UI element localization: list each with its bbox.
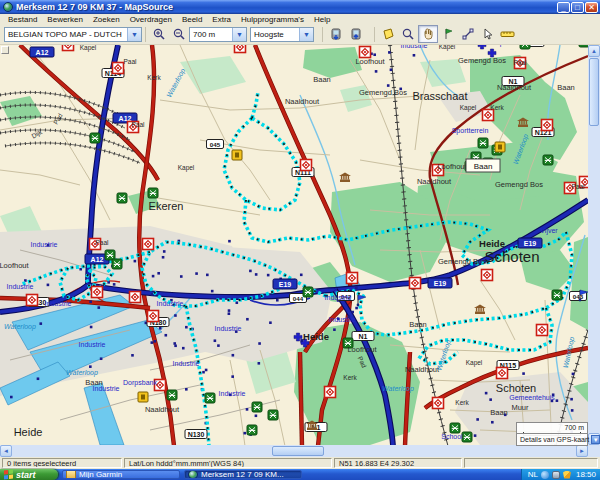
poi-marker-icon[interactable]	[433, 398, 444, 409]
scroll-right-button[interactable]: ►	[576, 445, 588, 457]
picnic-site-icon[interactable]	[268, 410, 278, 420]
scroll-left-button[interactable]: ◄	[0, 445, 12, 457]
picnic-site-icon[interactable]	[450, 423, 460, 433]
svg-text:Industrie: Industrie	[325, 294, 352, 301]
mapsource-globe-icon	[3, 2, 13, 12]
receive-from-device-button[interactable]	[346, 25, 366, 43]
send-to-device-button[interactable]	[326, 25, 346, 43]
menu-item-bewerken[interactable]: Bewerken	[42, 15, 88, 24]
taskbar-button[interactable]: Mijn Garmin	[62, 470, 180, 479]
selection-tool-button[interactable]	[478, 25, 498, 43]
svg-text:Muur: Muur	[511, 403, 529, 412]
selection-tool-icon	[481, 27, 495, 41]
svg-text:Kerk: Kerk	[343, 374, 357, 381]
menu-item-extra[interactable]: Extra	[207, 15, 236, 24]
route-tool-button[interactable]	[458, 25, 478, 43]
poi-marker-icon[interactable]	[542, 120, 553, 131]
distance-tool-icon	[500, 27, 516, 41]
zoom-tool-button[interactable]	[398, 25, 418, 43]
picnic-site-icon[interactable]	[148, 188, 158, 198]
zoom-out-button[interactable]	[169, 25, 189, 43]
svg-text:Industrie: Industrie	[219, 390, 246, 397]
hand-tool-button[interactable]	[418, 25, 438, 43]
dropdown-arrow-icon[interactable]: ▼	[232, 28, 246, 41]
poi-marker-icon[interactable]	[143, 239, 154, 250]
picnic-site-icon[interactable]	[462, 432, 472, 442]
poi-marker-icon[interactable]	[497, 368, 508, 379]
scrollbar-corner	[588, 445, 600, 457]
messenger-icon[interactable]	[541, 471, 549, 479]
poi-marker-icon[interactable]	[235, 45, 246, 53]
vertical-scrollbar[interactable]: ▲ ▼	[588, 45, 600, 445]
minimize-button[interactable]: _	[557, 2, 570, 13]
maximize-button[interactable]: □	[571, 2, 584, 13]
zoom-scale-select[interactable]: 700 m ▼	[189, 27, 247, 42]
poi-marker-icon[interactable]	[130, 292, 141, 303]
menu-item-bestand[interactable]: Bestand	[3, 15, 42, 24]
vertical-scroll-thumb[interactable]	[589, 58, 599, 126]
menu-item-help[interactable]: Help	[309, 15, 335, 24]
picnic-site-icon[interactable]	[552, 290, 562, 300]
poi-marker-icon[interactable]	[325, 387, 336, 398]
poi-marker-icon[interactable]	[113, 63, 124, 74]
map-tool-button[interactable]	[378, 25, 398, 43]
picnic-site-icon[interactable]	[167, 390, 177, 400]
svg-text:Baan: Baan	[557, 83, 575, 92]
selected-waypoint[interactable]: Baan	[466, 159, 500, 172]
poi-marker-icon[interactable]	[410, 278, 421, 289]
map-canvas[interactable]: E19E19E19A12A12A12N1N1N1N1N114N121N111N1…	[0, 45, 588, 445]
poi-marker-icon[interactable]	[482, 270, 493, 281]
horizontal-scroll-thumb[interactable]	[272, 446, 324, 456]
taskbar: start Mijn GarminMerksem 12 7 09 KM... N…	[0, 469, 600, 480]
language-indicator[interactable]: NL	[528, 470, 538, 479]
menu-item-overdragen[interactable]: Overdragen	[125, 15, 177, 24]
down-chevron-icon[interactable]: ▼	[591, 435, 600, 444]
picnic-site-icon[interactable]	[303, 287, 313, 297]
picnic-site-icon[interactable]	[520, 45, 530, 49]
picnic-site-icon[interactable]	[205, 393, 215, 403]
picnic-site-icon[interactable]	[543, 155, 553, 165]
horizontal-scrollbar[interactable]: ◄ ►	[0, 445, 588, 457]
close-button[interactable]: ✕	[585, 2, 598, 13]
distance-tool-button[interactable]	[498, 25, 518, 43]
services-icon[interactable]	[495, 142, 505, 152]
pane-splitter-handle[interactable]	[1, 46, 9, 54]
menu-item-zoeken[interactable]: Zoeken	[88, 15, 125, 24]
poi-marker-icon[interactable]	[27, 295, 38, 306]
poi-marker-icon[interactable]	[92, 287, 103, 298]
security-shield-icon[interactable]	[563, 471, 571, 479]
topo-map[interactable]: E19E19E19A12A12A12N1N1N1N1N114N121N111N1…	[0, 45, 588, 445]
poi-marker-icon[interactable]	[537, 325, 548, 336]
zoom-in-button[interactable]	[149, 25, 169, 43]
waypoint-tool-button[interactable]	[438, 25, 458, 43]
gps-map-details-button[interactable]: Details van GPS-kaart ▼	[516, 433, 588, 446]
dropdown-arrow-icon[interactable]: ▼	[299, 28, 313, 41]
poi-marker-icon[interactable]	[301, 160, 312, 171]
menu-item-beeld[interactable]: Beeld	[177, 15, 207, 24]
menu-item-hulpprogrammas[interactable]: Hulpprogramma's	[236, 15, 309, 24]
services-icon[interactable]	[138, 392, 148, 402]
poi-marker-icon[interactable]	[148, 311, 159, 322]
svg-text:Industrie: Industrie	[93, 385, 120, 392]
scroll-up-button[interactable]: ▲	[588, 45, 600, 57]
taskbar-button[interactable]: Merksem 12 7 09 KM...	[184, 470, 302, 479]
picnic-site-icon[interactable]	[252, 402, 262, 412]
poi-marker-icon[interactable]	[360, 47, 371, 58]
picnic-site-icon[interactable]	[112, 259, 122, 269]
detail-level-select[interactable]: Hoogste ▼	[250, 27, 314, 42]
dropdown-arrow-icon[interactable]: ▼	[127, 28, 141, 41]
map-product-select[interactable]: BELGIAN TOPO MAP - DUTCH ▼	[4, 27, 142, 42]
network-icon[interactable]	[552, 471, 560, 479]
svg-text:Vijver: Vijver	[540, 227, 558, 235]
poi-marker-icon[interactable]	[63, 45, 74, 51]
services-icon[interactable]	[232, 150, 242, 160]
poi-marker-icon[interactable]	[347, 273, 358, 284]
start-button[interactable]: start	[0, 469, 58, 480]
picnic-site-icon[interactable]	[247, 425, 257, 435]
picnic-site-icon[interactable]	[478, 138, 488, 148]
poi-marker-icon[interactable]	[483, 110, 494, 121]
picnic-site-icon[interactable]	[90, 133, 100, 143]
picnic-site-icon[interactable]	[579, 45, 588, 47]
picnic-site-icon[interactable]	[117, 193, 127, 203]
svg-text:Heide: Heide	[14, 426, 43, 438]
